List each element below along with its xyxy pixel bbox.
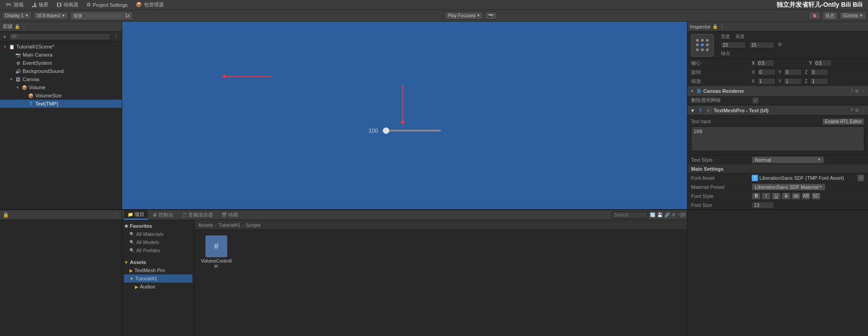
- menu-item-scene[interactable]: 🏞 场景: [28, 0, 52, 9]
- tmp-enable-checkbox[interactable]: ✓: [706, 107, 712, 113]
- scale-y-input[interactable]: [784, 78, 802, 85]
- rotation-z-input[interactable]: [810, 69, 828, 76]
- project-sidebar: ★ Favorites 🔍 All Materials 🔍 All Models: [122, 220, 195, 336]
- canvas-renderer-help-btn[interactable]: ?: [850, 89, 853, 94]
- play-focused-button[interactable]: Play Focused ▼: [445, 12, 484, 19]
- tab-console[interactable]: 🖥 控制台: [149, 211, 177, 219]
- hierarchy-item-canvas[interactable]: ▼ 🖼 Canvas: [0, 75, 122, 83]
- breadcrumb-assets[interactable]: Assets: [198, 222, 213, 228]
- text-style-dropdown[interactable]: Normal ▼: [752, 156, 824, 163]
- screenshot-button[interactable]: 📷: [485, 12, 497, 19]
- project-item-volumecontroller[interactable]: # VolumeController: [198, 234, 234, 270]
- fav-models-label: All Models: [136, 240, 159, 245]
- pivot-y-input[interactable]: [814, 60, 832, 67]
- rect-constrain-btn[interactable]: ⊞: [778, 42, 782, 48]
- hierarchy-options-button[interactable]: ⋮: [112, 33, 120, 40]
- scale-x-input[interactable]: [758, 78, 776, 85]
- hierarchy-item-camera[interactable]: 📷 Main Camera: [0, 51, 122, 59]
- menu-icon[interactable]: ⋮: [720, 24, 724, 29]
- inspector-title: Inspector: [690, 24, 711, 29]
- menu-item-package-manager[interactable]: 📦 包管理器: [132, 0, 167, 9]
- zoom-slider[interactable]: [86, 15, 122, 17]
- rotation-y-input[interactable]: [784, 69, 802, 76]
- hierarchy-item-scene[interactable]: ▼ 📋 Tutorial#1Scene*: [0, 43, 122, 51]
- remove-transparency-checkbox[interactable]: ✓: [753, 97, 758, 103]
- tab-animation[interactable]: 🎬 动画: [218, 211, 242, 219]
- canvas-renderer-settings-btn[interactable]: ⚙: [855, 89, 859, 94]
- favorites-header[interactable]: ★ Favorites: [124, 222, 192, 230]
- hierarchy-item-volume[interactable]: ▼ 📦 Volume: [0, 83, 122, 91]
- menu-item-animator[interactable]: 🎞 动画器: [53, 0, 82, 9]
- textmeshpro-folder[interactable]: ▶ TextMesh Pro: [124, 266, 192, 274]
- canvas-renderer-header[interactable]: ▼ 🖥 Canvas Renderer ? ⚙ ⋮: [687, 86, 868, 96]
- project-search-input[interactable]: [612, 211, 648, 219]
- project-refresh-btn[interactable]: 🔄: [650, 212, 655, 217]
- breadcrumb-tutorial1[interactable]: Tutorial#1: [219, 222, 241, 228]
- fav-item-materials[interactable]: 🔍 All Materials: [124, 230, 192, 238]
- hierarchy-item-eventsystem[interactable]: ⚙ EventSystem: [0, 59, 122, 67]
- tmp-menu-btn[interactable]: ⋮: [861, 108, 865, 113]
- rect-wh-row: ⊞: [721, 42, 864, 48]
- project-save-btn[interactable]: 💾: [657, 212, 663, 217]
- rtl-editor-button[interactable]: Enable RTL Editor: [822, 118, 864, 125]
- lock-icon[interactable]: 🔒: [14, 24, 20, 29]
- gizmos-button[interactable]: Gizmos ▼: [839, 12, 866, 19]
- zoom-control[interactable]: 缩放 1x: [70, 11, 133, 20]
- hierarchy-panel: 层级 🔒 ⋮ + ⋮ ▼ 📋 Tutorial#1Scene*: [0, 22, 122, 209]
- hierarchy-search-input[interactable]: [9, 33, 110, 40]
- folder-icon: ▼: [129, 276, 134, 281]
- text-input-textarea[interactable]: 100: [691, 126, 864, 151]
- tmp-help-btn[interactable]: ?: [850, 108, 853, 113]
- hierarchy-item-bgsound[interactable]: 🔊 BackgroundSound: [0, 67, 122, 75]
- camera-icon: 📷: [488, 13, 494, 18]
- hierarchy-item-text-tmp[interactable]: T Text(TMP): [0, 100, 122, 108]
- menu-icon[interactable]: ⋮: [22, 24, 26, 29]
- font-bold-button[interactable]: B: [752, 192, 761, 200]
- tab-audio-mixer[interactable]: 🎵 音频混合器: [178, 211, 217, 219]
- add-hierarchy-button[interactable]: +: [2, 34, 7, 40]
- tmp-settings-btn[interactable]: ⚙: [855, 108, 859, 113]
- lock-icon[interactable]: 🔒: [712, 24, 718, 29]
- stats-button[interactable]: 状态: [822, 11, 838, 20]
- tab-project[interactable]: 📁 项目: [124, 210, 148, 220]
- bottom-lock-icon[interactable]: 🔒: [3, 212, 9, 218]
- tutorial1-folder[interactable]: ▼ Tutorial#1: [124, 274, 192, 283]
- font-smallcaps-button[interactable]: SC: [811, 192, 820, 200]
- main-area: 层级 🔒 ⋮ + ⋮ ▼ 📋 Tutorial#1Scene*: [0, 22, 868, 209]
- assets-root-folder[interactable]: ▼ Assets: [124, 258, 192, 266]
- fav-item-prefabs[interactable]: 🔍 All Prefabs: [124, 246, 192, 254]
- breadcrumb-scripts[interactable]: Scripts: [246, 222, 261, 228]
- font-asset-select-btn[interactable]: ⊙: [857, 174, 864, 182]
- pivot-row: 轴心 X Y: [687, 59, 868, 68]
- font-uppercase-button[interactable]: AB: [801, 192, 811, 200]
- material-preset-dropdown[interactable]: LiberationSans SDF Material ▼: [752, 183, 825, 191]
- project-sync-btn[interactable]: 🔗: [664, 212, 670, 217]
- audios-folder[interactable]: ▶ Audios: [124, 283, 192, 291]
- pivot-label: 轴心: [691, 60, 750, 67]
- menu-item-game[interactable]: 🎮 游戏: [2, 0, 27, 9]
- font-italic-button[interactable]: I: [762, 192, 771, 200]
- pivot-x-input[interactable]: [756, 60, 774, 67]
- canvas-renderer-menu-btn[interactable]: ⋮: [861, 89, 865, 94]
- rect-height-input[interactable]: [749, 42, 774, 48]
- rect-anchor-visual[interactable]: [691, 34, 714, 57]
- aspect-dropdown[interactable]: 16:9 Aspect ▼: [33, 12, 68, 19]
- display-dropdown[interactable]: Display 1 ▼: [2, 12, 32, 19]
- font-size-input[interactable]: [752, 202, 774, 209]
- font-underline-button[interactable]: U: [772, 192, 781, 200]
- rect-width-input[interactable]: [721, 42, 746, 48]
- bottom-hier-menu-icon[interactable]: ⋮: [114, 212, 119, 218]
- font-lowercase-button[interactable]: ab: [792, 192, 801, 200]
- mute-button[interactable]: 🔇: [809, 12, 820, 19]
- slider-track: [382, 130, 441, 131]
- fav-item-models[interactable]: 🔍 All Models: [124, 238, 192, 246]
- scale-z-input[interactable]: [810, 78, 828, 85]
- slider-thumb[interactable]: [383, 127, 389, 134]
- assets-section: ▼ Assets ▶ TextMesh Pro ▼ Tutorial#1 ▶: [124, 258, 192, 291]
- rotation-x-input[interactable]: [758, 69, 776, 76]
- menu-item-project-settings[interactable]: ⚙ Project Settings: [83, 1, 131, 9]
- project-settings-btn[interactable]: ⚙: [672, 212, 676, 217]
- font-strikethrough-button[interactable]: S: [782, 192, 791, 200]
- app-root: 🎮 游戏 🏞 场景 🎞 动画器 ⚙ Project Settings 📦 包管理…: [0, 0, 868, 336]
- hierarchy-item-volumesize[interactable]: 📦 VolumeSize: [0, 91, 122, 100]
